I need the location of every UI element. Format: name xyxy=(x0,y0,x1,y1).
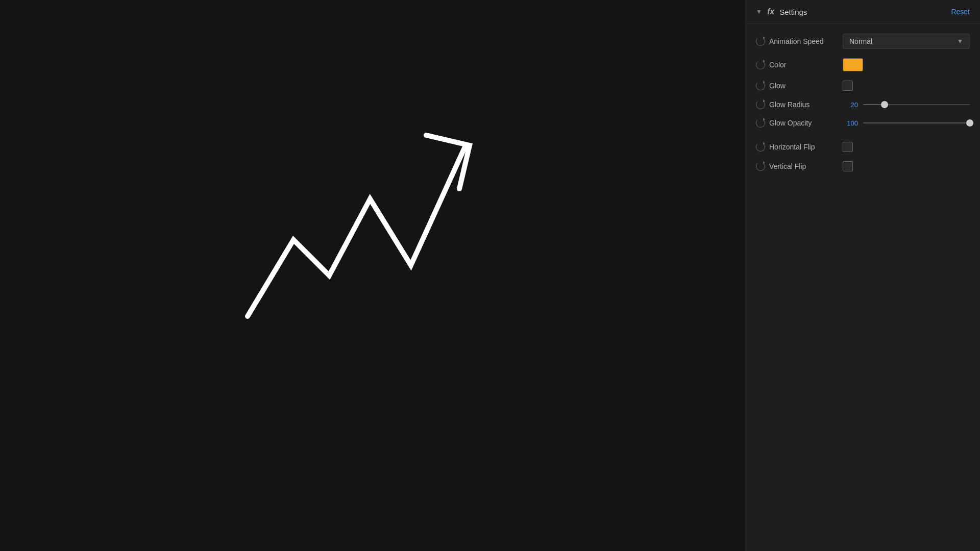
vertical-flip-row: Vertical Flip xyxy=(746,157,980,176)
color-label: Color xyxy=(769,61,786,69)
reset-button[interactable]: Reset xyxy=(951,8,970,16)
panel-header-left: ▼ fx Settings xyxy=(756,7,807,16)
glow-radius-label-group: Glow Radius xyxy=(756,100,838,109)
glow-opacity-cycle-icon[interactable] xyxy=(756,118,765,128)
panel-title: Settings xyxy=(779,8,807,16)
glow-radius-value: 20 xyxy=(843,101,858,109)
glow-checkbox[interactable] xyxy=(843,81,853,91)
glow-opacity-thumb[interactable] xyxy=(966,119,973,127)
horizontal-flip-label-group: Horizontal Flip xyxy=(756,142,838,152)
horizontal-flip-checkbox[interactable] xyxy=(843,142,853,152)
animation-speed-dropdown[interactable]: Normal ▼ xyxy=(843,34,970,49)
vertical-flip-cycle-icon[interactable] xyxy=(756,162,765,171)
color-label-group: Color xyxy=(756,60,838,69)
glow-radius-thumb[interactable] xyxy=(881,101,888,108)
glow-opacity-fill xyxy=(863,122,970,123)
settings-panel: ▼ fx Settings Reset Animation Speed Norm… xyxy=(745,0,980,551)
glow-row: Glow xyxy=(746,76,980,95)
glow-opacity-row: Glow Opacity 100 xyxy=(746,114,980,132)
glow-opacity-control: 100 xyxy=(843,119,970,127)
horizontal-flip-label: Horizontal Flip xyxy=(769,143,815,151)
color-swatch[interactable] xyxy=(843,58,863,71)
animation-speed-control: Normal ▼ xyxy=(843,34,970,49)
color-cycle-icon[interactable] xyxy=(756,60,765,69)
glow-opacity-label: Glow Opacity xyxy=(769,119,812,127)
horizontal-flip-control xyxy=(843,142,970,152)
glow-opacity-value: 100 xyxy=(843,119,858,127)
glow-label-group: Glow xyxy=(756,81,838,90)
animation-speed-label-group: Animation Speed xyxy=(756,37,838,46)
animation-speed-cycle-icon[interactable] xyxy=(756,37,765,46)
glow-radius-slider-group: 20 xyxy=(843,101,970,109)
glow-radius-control: 20 xyxy=(843,101,970,109)
settings-content: Animation Speed Normal ▼ Color xyxy=(746,24,980,181)
canvas-svg xyxy=(0,0,745,551)
horizontal-flip-row: Horizontal Flip xyxy=(746,137,980,157)
spacer xyxy=(746,132,980,137)
animation-speed-value: Normal xyxy=(849,37,872,45)
glow-opacity-label-group: Glow Opacity xyxy=(756,118,838,128)
canvas-area xyxy=(0,0,745,551)
glow-radius-row: Glow Radius 20 xyxy=(746,95,980,114)
glow-cycle-icon[interactable] xyxy=(756,81,765,90)
animation-speed-row: Animation Speed Normal ▼ xyxy=(746,29,980,54)
panel-header: ▼ fx Settings Reset xyxy=(746,0,980,24)
vertical-flip-checkbox[interactable] xyxy=(843,161,853,171)
dropdown-arrow-icon: ▼ xyxy=(957,38,963,45)
glow-radius-cycle-icon[interactable] xyxy=(756,100,765,109)
chart-line xyxy=(248,148,467,316)
glow-label: Glow xyxy=(769,82,786,90)
glow-opacity-track[interactable] xyxy=(863,122,970,123)
glow-opacity-slider-group: 100 xyxy=(843,119,970,127)
collapse-icon[interactable]: ▼ xyxy=(756,8,762,15)
glow-radius-label: Glow Radius xyxy=(769,101,810,109)
color-control xyxy=(843,58,970,71)
glow-control xyxy=(843,81,970,91)
horizontal-flip-cycle-icon[interactable] xyxy=(756,142,765,152)
animation-speed-label: Animation Speed xyxy=(769,37,824,45)
vertical-flip-label: Vertical Flip xyxy=(769,162,806,170)
vertical-flip-label-group: Vertical Flip xyxy=(756,162,838,171)
color-row: Color xyxy=(746,54,980,76)
glow-radius-track[interactable] xyxy=(863,104,970,105)
fx-icon: fx xyxy=(767,7,774,16)
vertical-flip-control xyxy=(843,161,970,171)
